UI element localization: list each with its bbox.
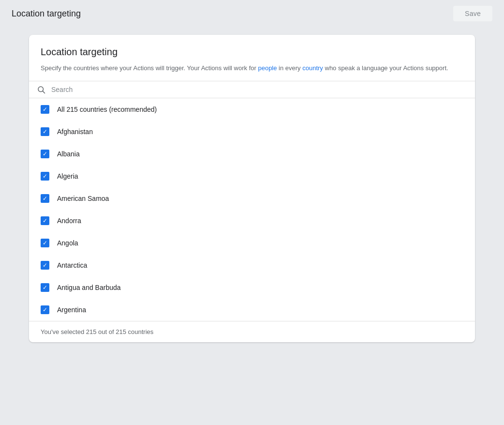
card-title: Location targeting xyxy=(41,46,463,58)
save-button[interactable]: Save xyxy=(453,6,492,21)
checkbox[interactable]: ✓ xyxy=(41,239,49,247)
country-name: Antarctica xyxy=(57,261,87,269)
country-name: Andorra xyxy=(57,217,81,225)
country-item[interactable]: ✓Angola xyxy=(29,232,475,254)
checkbox[interactable]: ✓ xyxy=(41,194,49,203)
people-link[interactable]: people xyxy=(258,64,277,72)
country-name: American Samoa xyxy=(57,195,109,202)
checkbox[interactable]: ✓ xyxy=(41,150,49,158)
checkbox-wrapper: ✓ xyxy=(41,105,49,114)
country-link[interactable]: country xyxy=(302,64,323,72)
country-list-wrapper[interactable]: ✓All 215 countries (recommended)✓Afghani… xyxy=(29,98,475,321)
checkbox[interactable]: ✓ xyxy=(41,283,49,292)
country-item[interactable]: ✓Argentina xyxy=(29,299,475,321)
search-input[interactable] xyxy=(51,86,467,93)
country-list: ✓All 215 countries (recommended)✓Afghani… xyxy=(29,98,475,321)
checkbox[interactable]: ✓ xyxy=(41,105,49,114)
country-name: Antigua and Barbuda xyxy=(57,284,121,291)
checkbox[interactable]: ✓ xyxy=(41,127,49,136)
top-bar: Location targeting Save xyxy=(0,0,504,27)
search-icon xyxy=(37,85,45,94)
country-name: Angola xyxy=(57,239,78,247)
checkmark-icon: ✓ xyxy=(43,151,47,157)
checkmark-icon: ✓ xyxy=(43,240,47,246)
country-item[interactable]: ✓Albania xyxy=(29,143,475,165)
checkbox[interactable]: ✓ xyxy=(41,216,49,225)
country-item[interactable]: ✓Antigua and Barbuda xyxy=(29,276,475,299)
country-name: Albania xyxy=(57,150,80,158)
checkmark-icon: ✓ xyxy=(43,196,47,201)
checkmark-icon: ✓ xyxy=(43,218,47,224)
checkbox-wrapper: ✓ xyxy=(41,150,49,158)
country-name: Argentina xyxy=(57,306,86,314)
checkbox-wrapper: ✓ xyxy=(41,305,49,314)
checkbox-wrapper: ✓ xyxy=(41,194,49,203)
country-name: Afghanistan xyxy=(57,128,93,136)
checkbox-wrapper: ✓ xyxy=(41,283,49,292)
checkbox[interactable]: ✓ xyxy=(41,172,49,181)
checkbox[interactable]: ✓ xyxy=(41,305,49,314)
checkbox[interactable]: ✓ xyxy=(41,261,49,270)
country-name: Algeria xyxy=(57,172,78,180)
card-footer: You've selected 215 out of 215 countries xyxy=(29,321,475,342)
page-title: Location targeting xyxy=(12,9,81,19)
checkbox-wrapper: ✓ xyxy=(41,172,49,181)
svg-line-1 xyxy=(43,91,44,93)
checkbox-wrapper: ✓ xyxy=(41,127,49,136)
checkmark-icon: ✓ xyxy=(43,262,47,268)
country-item[interactable]: ✓Afghanistan xyxy=(29,121,475,143)
card-header: Location targeting Specify the countries… xyxy=(29,35,475,81)
checkbox-wrapper: ✓ xyxy=(41,239,49,247)
checkmark-icon: ✓ xyxy=(43,285,47,290)
checkbox-wrapper: ✓ xyxy=(41,216,49,225)
checkbox-wrapper: ✓ xyxy=(41,261,49,270)
country-item[interactable]: ✓All 215 countries (recommended) xyxy=(29,98,475,121)
checkmark-icon: ✓ xyxy=(43,106,47,112)
country-name: All 215 countries (recommended) xyxy=(57,106,157,113)
search-bar xyxy=(29,81,475,98)
country-item[interactable]: ✓Algeria xyxy=(29,165,475,187)
checkmark-icon: ✓ xyxy=(43,173,47,179)
main-content: Location targeting Specify the countries… xyxy=(0,27,504,350)
checkmark-icon: ✓ xyxy=(43,129,47,135)
country-item[interactable]: ✓American Samoa xyxy=(29,187,475,210)
country-item[interactable]: ✓Andorra xyxy=(29,210,475,232)
card-description: Specify the countries where your Actions… xyxy=(41,63,463,73)
checkmark-icon: ✓ xyxy=(43,307,47,313)
country-item[interactable]: ✓Antarctica xyxy=(29,254,475,276)
location-targeting-card: Location targeting Specify the countries… xyxy=(29,35,475,342)
